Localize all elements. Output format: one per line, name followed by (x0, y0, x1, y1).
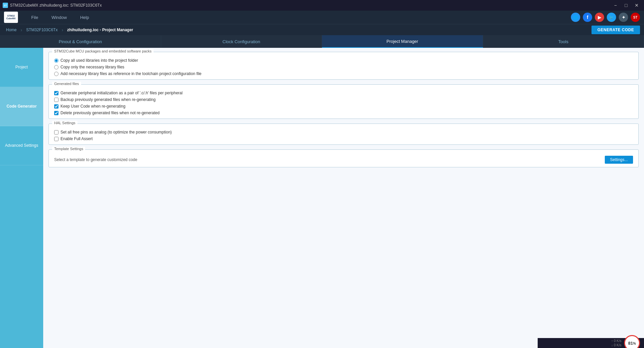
checkbox-delete-old-files[interactable]: Delete previously generated files when n… (54, 111, 633, 115)
breadcrumb-home[interactable]: Home (4, 27, 19, 33)
title-bar: ST STM32CubeMX zhihuiludeng.ioc: STM32F1… (0, 0, 644, 11)
checkbox-backup[interactable]: Backup previously generated files when r… (54, 97, 633, 102)
template-settings-button[interactable]: Settings... (605, 156, 633, 164)
radio-copy-all-input[interactable] (54, 58, 58, 63)
content-panel: STM32Cube MCU packages and embedded soft… (43, 48, 644, 348)
tab-pinout[interactable]: Pinout & Configuration (0, 35, 161, 48)
globe-icon[interactable]: 🌐 (571, 13, 580, 22)
title-bar-left: ST STM32CubeMX zhihuiludeng.ioc: STM32F1… (3, 3, 102, 8)
cpu-percent-text: 81% (628, 341, 636, 346)
app-logo: STM32 CubeMX (4, 12, 18, 23)
mcu-packages-section: STM32Cube MCU packages and embedded soft… (49, 52, 639, 80)
checkbox-free-pins-analog[interactable]: Set all free pins as analog (to optimize… (54, 130, 633, 134)
radio-add-reference-input[interactable] (54, 72, 58, 76)
checkbox-pair-files[interactable]: Generate peripheral initialization as a … (54, 91, 633, 95)
sidebar-item-project[interactable]: Project (0, 48, 43, 87)
checkbox-full-assert-input[interactable] (54, 137, 58, 141)
breadcrumb-sep-1: › (21, 27, 22, 33)
menu-file[interactable]: File (25, 11, 45, 24)
checkbox-free-pins-analog-input[interactable] (54, 130, 58, 134)
checkbox-full-assert[interactable]: Enable Full Assert (54, 136, 633, 141)
checkbox-keep-user-code[interactable]: Keep User Code when re-generating (54, 104, 633, 109)
twitter-icon[interactable]: 🐦 (607, 13, 616, 22)
star-icon[interactable]: ✦ (619, 13, 628, 22)
menu-bar: STM32 CubeMX File Window Help 🌐 f ▶ 🐦 ✦ … (0, 11, 644, 24)
logo-text: STM32 CubeMX (6, 15, 16, 20)
menu-bar-right: 🌐 f ▶ 🐦 ✦ ST (571, 13, 640, 22)
radio-copy-all[interactable]: Copy all used libraries into the project… (54, 58, 633, 63)
mcu-packages-radio-group: Copy all used libraries into the project… (54, 58, 633, 76)
app-icon: ST (3, 3, 8, 8)
checkbox-pair-files-input[interactable] (54, 91, 58, 95)
generated-files-section: Generated files Generate peripheral init… (49, 84, 639, 119)
breadcrumb-mcu[interactable]: STM32F103C6Tx (24, 27, 60, 33)
logo-box: STM32 CubeMX (4, 12, 18, 23)
generated-files-checkbox-group: Generate peripheral initialization as a … (54, 91, 633, 115)
facebook-icon[interactable]: f (583, 13, 592, 22)
template-settings-legend: Template Settings (52, 147, 85, 151)
checkbox-delete-old-files-input[interactable] (54, 111, 58, 115)
st-icon[interactable]: ST (631, 13, 640, 22)
close-button[interactable]: ✕ (632, 2, 641, 9)
youtube-icon[interactable]: ▶ (595, 13, 604, 22)
breadcrumb-sep-2: › (61, 27, 63, 33)
title-text: STM32CubeMX zhihuiludeng.ioc: STM32F103C… (10, 3, 102, 8)
mcu-packages-legend: STM32Cube MCU packages and embedded soft… (52, 49, 154, 53)
hal-settings-section: HAL Settings Set all free pins as analog… (49, 124, 639, 145)
radio-add-reference[interactable]: Add necessary library files as reference… (54, 71, 633, 76)
breadcrumb-project[interactable]: zhihuiludeng.ioc - Project Manager (65, 27, 135, 33)
menu-bar-left: STM32 CubeMX File Window Help (4, 11, 96, 24)
main-area: Project Code Generator Advanced Settings… (0, 48, 644, 348)
sidebar-item-advanced-settings[interactable]: Advanced Settings (0, 126, 43, 165)
checkbox-keep-user-code-input[interactable] (54, 104, 58, 109)
tab-project-manager[interactable]: Project Manager (322, 35, 483, 48)
template-description: Select a template to generate customized… (54, 157, 137, 162)
radio-copy-necessary[interactable]: Copy only the necessary library files (54, 65, 633, 69)
svg-text:ST: ST (4, 4, 7, 7)
sidebar: Project Code Generator Advanced Settings (0, 48, 43, 348)
template-settings-section: Template Settings Select a template to g… (49, 149, 639, 167)
generate-code-button[interactable]: GENERATE CODE (591, 26, 640, 34)
tab-bar: Pinout & Configuration Clock Configurati… (0, 35, 644, 48)
breadcrumb: Home › STM32F103C6Tx › zhihuiludeng.ioc … (4, 27, 135, 33)
hal-settings-legend: HAL Settings (52, 121, 77, 125)
status-bar: ↑ 0 K/s ↓ 0 K/s 81% (538, 338, 644, 348)
checkbox-backup-input[interactable] (54, 98, 58, 102)
tab-clock[interactable]: Clock Configuration (161, 35, 322, 48)
speed-indicator: ↑ 0 K/s ↓ 0 K/s (611, 339, 621, 347)
menu-window[interactable]: Window (45, 11, 73, 24)
breadcrumb-bar: Home › STM32F103C6Tx › zhihuiludeng.ioc … (0, 24, 644, 35)
maximize-button[interactable]: □ (621, 2, 631, 9)
radio-copy-necessary-input[interactable] (54, 65, 58, 69)
hal-settings-checkbox-group: Set all free pins as analog (to optimize… (54, 130, 633, 141)
sidebar-item-code-generator[interactable]: Code Generator (0, 87, 43, 126)
tab-tools[interactable]: Tools (483, 35, 644, 48)
generated-files-legend: Generated files (52, 82, 81, 86)
menu-help[interactable]: Help (73, 11, 96, 24)
window-controls: − □ ✕ (611, 2, 641, 9)
template-row: Select a template to generate customized… (54, 156, 633, 164)
minimize-button[interactable]: − (611, 2, 620, 9)
